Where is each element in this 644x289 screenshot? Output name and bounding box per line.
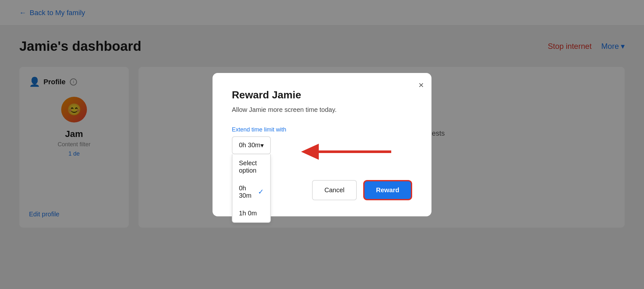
time-select-display[interactable]: 0h 30m ▾ [232, 136, 271, 154]
arrow-annotation [301, 142, 391, 161]
select-wrapper: 0h 30m ▾ Select option 0h 30m ✓ 1h 0m [232, 136, 271, 154]
time-select-dropdown: Select option 0h 30m ✓ 1h 0m [232, 154, 271, 223]
option-1h0m-label: 1h 0m [239, 210, 257, 217]
option-select[interactable]: Select option [232, 154, 270, 179]
page-background: ← Back to My family Jamie's dashboard St… [0, 0, 644, 289]
option-1h0m[interactable]: 1h 0m [232, 204, 270, 222]
cancel-button[interactable]: Cancel [312, 180, 356, 200]
extend-label: Extend time limit with [232, 126, 412, 133]
modal-close-button[interactable]: × [419, 81, 424, 90]
reward-modal: × Reward Jamie Allow Jamie more screen t… [213, 73, 431, 216]
modal-title: Reward Jamie [232, 89, 412, 101]
svg-marker-1 [301, 144, 319, 160]
check-icon: ✓ [258, 188, 264, 196]
option-select-label: Select option [239, 159, 264, 174]
selected-value: 0h 30m [239, 141, 260, 149]
red-arrow-svg [301, 142, 391, 161]
reward-modal-button[interactable]: Reward [363, 180, 412, 200]
modal-overlay: × Reward Jamie Allow Jamie more screen t… [0, 0, 644, 289]
modal-description: Allow Jamie more screen time today. [232, 106, 412, 113]
option-0h30m[interactable]: 0h 30m ✓ [232, 179, 270, 204]
option-0h30m-label: 0h 30m [239, 185, 258, 199]
dropdown-chevron-icon: ▾ [260, 141, 264, 149]
